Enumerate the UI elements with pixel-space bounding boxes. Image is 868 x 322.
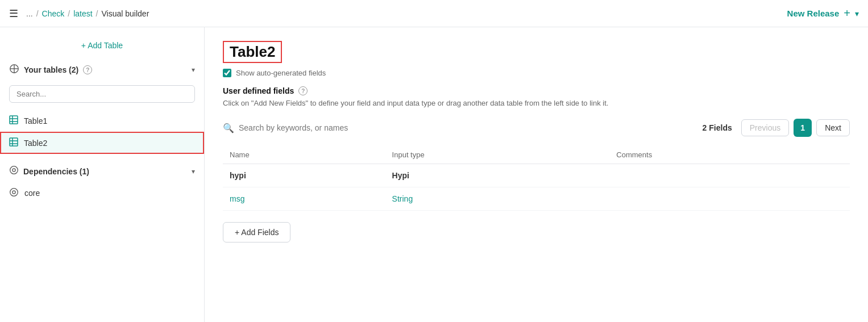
autogenerated-row: Show auto-generated fields <box>223 69 850 77</box>
breadcrumb: ☰ ... / Check / latest / Visual builder <box>9 7 149 20</box>
add-fields-button[interactable]: + Add Fields <box>223 222 290 242</box>
user-defined-desc: Click on "Add New Fields" to define your… <box>223 99 850 107</box>
fields-search-container: 🔍 <box>223 123 703 133</box>
plus-icon[interactable]: + <box>844 7 850 20</box>
next-button[interactable]: Next <box>816 119 850 136</box>
field-type-hypi: Hypi <box>385 164 610 187</box>
previous-button[interactable]: Previous <box>741 119 789 136</box>
user-defined-help-icon[interactable]: ? <box>298 86 308 95</box>
table-title: Table2 <box>223 41 282 63</box>
deps-icon <box>9 165 19 177</box>
pagination-current-page: 1 <box>794 119 812 137</box>
content-area: Table2 Show auto-generated fields User d… <box>205 27 868 322</box>
sidebar-search-input[interactable] <box>9 85 195 103</box>
tables-section-header[interactable]: Your tables (2) ? ▾ <box>0 59 204 81</box>
tables-section-label-group: Your tables (2) ? <box>9 64 92 76</box>
user-defined-title: User defined fields <box>223 86 294 95</box>
menu-icon[interactable]: ☰ <box>9 7 18 20</box>
breadcrumb-check[interactable]: Check <box>42 9 65 18</box>
show-autogenerated-label: Show auto-generated fields <box>236 69 326 77</box>
table-list: Table1 Table2 <box>0 107 204 156</box>
deps-section-label-group: Dependencies (1) <box>9 165 89 177</box>
table2-label: Table2 <box>24 139 47 148</box>
svg-point-12 <box>13 169 15 172</box>
sidebar-item-table1[interactable]: Table1 <box>0 110 204 132</box>
topnav-right: New Release + ▾ <box>787 7 859 20</box>
help-icon[interactable]: ? <box>83 65 92 74</box>
core-icon <box>9 187 19 199</box>
user-defined-header: User defined fields ? <box>223 86 850 95</box>
field-comments-msg <box>609 187 850 211</box>
svg-point-11 <box>10 166 18 174</box>
deps-chevron-icon[interactable]: ▾ <box>192 168 195 175</box>
table-grid-icon-2 <box>9 137 18 148</box>
topnav: ☰ ... / Check / latest / Visual builder … <box>0 0 868 27</box>
sidebar: + Add Table Your tables (2) ? ▾ <box>0 27 205 322</box>
deps-section-header[interactable]: Dependencies (1) ▾ <box>0 161 204 182</box>
svg-point-14 <box>13 191 15 194</box>
fields-count: 2 Fields <box>703 123 732 132</box>
table-grid-icon <box>9 115 18 126</box>
dep-core-item: core <box>0 182 204 204</box>
field-name-msg: msg <box>223 187 385 211</box>
fields-table-header-row: Name Input type Comments <box>223 146 850 164</box>
col-comments-header: Comments <box>609 146 850 164</box>
breadcrumb-sep2: / <box>68 9 70 18</box>
table1-label: Table1 <box>24 116 47 126</box>
svg-rect-7 <box>10 138 18 146</box>
col-name-header: Name <box>223 146 385 164</box>
deps-section-label: Dependencies (1) <box>23 167 89 176</box>
svg-point-13 <box>10 189 18 196</box>
chevron-down-icon[interactable]: ▾ <box>855 9 859 18</box>
breadcrumb-current: Visual builder <box>102 9 149 18</box>
tables-section-label: Your tables (2) <box>24 65 78 74</box>
field-name-hypi: hypi <box>223 164 385 187</box>
table-row: hypi Hypi <box>223 164 850 187</box>
breadcrumb-latest[interactable]: latest <box>73 9 92 18</box>
col-type-header: Input type <box>385 146 610 164</box>
main-layout: + Add Table Your tables (2) ? ▾ <box>0 27 868 322</box>
breadcrumb-sep3: / <box>96 9 98 18</box>
show-autogenerated-checkbox[interactable] <box>223 69 231 77</box>
search-icon: 🔍 <box>223 123 234 133</box>
tables-chevron-icon[interactable]: ▾ <box>192 66 195 74</box>
breadcrumb-sep1: / <box>36 9 39 18</box>
svg-rect-3 <box>10 116 18 124</box>
fields-toolbar: 🔍 2 Fields Previous 1 Next <box>223 119 850 137</box>
core-label: core <box>24 189 40 198</box>
field-comments-hypi <box>609 164 850 187</box>
table-row: msg String <box>223 187 850 211</box>
add-table-button[interactable]: + Add Table <box>0 36 204 59</box>
fields-table: Name Input type Comments hypi Hypi msg S… <box>223 146 850 211</box>
fields-search-input[interactable] <box>239 123 703 132</box>
breadcrumb-ellipsis: ... <box>26 9 33 18</box>
sidebar-search-container <box>0 81 204 107</box>
new-release-label: New Release <box>787 9 840 18</box>
fields-pagination: 2 Fields Previous 1 Next <box>703 119 850 137</box>
field-type-msg: String <box>385 187 610 211</box>
tables-icon <box>9 64 19 76</box>
sidebar-item-table2[interactable]: Table2 <box>0 132 204 154</box>
